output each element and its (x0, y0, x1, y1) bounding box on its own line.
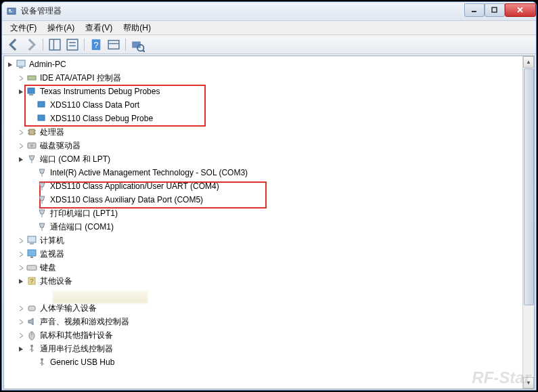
sound-icon (26, 316, 37, 327)
menu-action[interactable]: 操作(A) (42, 21, 80, 35)
tree-node[interactable]: IDE ATA/ATAPI 控制器 (4, 71, 522, 85)
node-label: 磁盘驱动器 (40, 140, 81, 152)
expander-icon[interactable] (18, 264, 25, 271)
tree-node[interactable]: 声音、视频和游戏控制器 (4, 315, 522, 328)
scan-button[interactable] (129, 37, 145, 52)
tree-node[interactable]: 鼠标和其他指针设备 (4, 328, 522, 342)
properties-button[interactable] (64, 37, 81, 52)
node-label: 键盘 (40, 262, 56, 274)
expander-icon[interactable] (18, 156, 25, 163)
expander-icon[interactable] (18, 142, 25, 150)
tree-node[interactable]: Generic USB Hub (4, 355, 522, 369)
window-controls (464, 6, 536, 17)
tree-node-other[interactable]: ? 其他设备 (4, 274, 522, 288)
cpu-icon (26, 127, 37, 137)
svg-rect-42 (30, 257, 33, 258)
expander-icon[interactable] (18, 278, 25, 285)
computer-icon (26, 235, 37, 246)
tree-node[interactable]: XDS110 Class Debug Probe (4, 112, 522, 125)
keyboard-icon (26, 262, 37, 273)
tree-node-ports[interactable]: 端口 (COM 和 LPT) (4, 152, 522, 166)
expander-icon[interactable] (18, 74, 25, 82)
expander-icon[interactable] (18, 318, 25, 326)
port-icon (37, 221, 47, 232)
tree-node[interactable]: 通信端口 (COM1) (4, 220, 522, 234)
svg-point-49 (30, 345, 33, 347)
expander-icon[interactable] (18, 345, 25, 353)
forward-button[interactable] (23, 37, 39, 52)
menu-file[interactable]: 文件(F) (5, 21, 42, 35)
help-button[interactable]: ? (88, 37, 104, 52)
maximize-button[interactable] (485, 3, 505, 17)
tree-node[interactable]: XDS110 Class Auxiliary Data Port (COM5) (4, 193, 522, 206)
ide-icon (26, 72, 37, 83)
device-tree[interactable]: Admin-PC IDE ATA/ATAPI 控制器 Texas Instrum… (4, 56, 522, 389)
probe-icon (37, 100, 47, 110)
node-label: 端口 (COM 和 LPT) (40, 154, 110, 165)
close-button[interactable] (505, 3, 536, 17)
content-area: Admin-PC IDE ATA/ATAPI 控制器 Texas Instrum… (3, 56, 535, 389)
tree-node[interactable]: 打印机端口 (LPT1) (4, 206, 522, 220)
tree-node[interactable]: 人体学输入设备 (4, 301, 522, 315)
tree-node[interactable]: 处理器 (4, 125, 522, 139)
tree-node[interactable]: Intel(R) Active Management Technology - … (4, 166, 522, 179)
expander-icon[interactable] (18, 88, 25, 95)
back-button[interactable] (5, 37, 22, 52)
svg-rect-9 (67, 39, 78, 50)
tree-node-usb[interactable]: 通用串行总线控制器 (4, 342, 522, 355)
minimize-button[interactable] (464, 3, 485, 17)
svg-rect-22 (28, 88, 35, 93)
toolbar-separator (84, 39, 85, 51)
expander-icon[interactable] (18, 305, 25, 312)
show-hide-button[interactable] (47, 37, 63, 52)
node-label: Intel(R) Active Management Technology - … (50, 168, 248, 177)
svg-rect-19 (17, 60, 25, 66)
node-label: 通信端口 (COM1) (50, 221, 114, 233)
app-icon (6, 6, 17, 17)
tree-node[interactable]: 计算机 (4, 234, 522, 247)
tree-node[interactable]: 键盘 (4, 261, 522, 274)
window-title: 设备管理器 (21, 5, 464, 17)
node-label: 处理器 (40, 127, 64, 138)
tree-node-ti-probes[interactable]: Texas Instruments Debug Probes (4, 85, 522, 98)
expander-icon[interactable] (18, 129, 25, 136)
tree-node-redacted[interactable] (4, 288, 522, 301)
svg-rect-46 (28, 306, 35, 311)
usb-icon (26, 343, 37, 354)
scroll-down-button[interactable]: ▼ (523, 377, 534, 389)
tree-node[interactable]: 监视器 (4, 247, 522, 261)
node-label: IDE ATA/ATAPI 控制器 (40, 72, 121, 84)
menu-view[interactable]: 查看(V) (80, 21, 118, 35)
menu-help[interactable]: 帮助(H) (118, 21, 156, 35)
titlebar[interactable]: 设备管理器 (2, 2, 536, 21)
port-icon (37, 194, 47, 205)
svg-rect-1 (9, 9, 11, 11)
node-label: 其他设备 (40, 276, 72, 287)
tree-node-root[interactable]: Admin-PC (4, 58, 522, 71)
node-label: 鼠标和其他指针设备 (40, 330, 113, 341)
toolbar: ? (2, 35, 536, 54)
tree-node[interactable]: 磁盘驱动器 (4, 139, 522, 152)
node-label: XDS110 Class Auxiliary Data Port (COM5) (50, 195, 203, 204)
expander-icon[interactable] (18, 237, 25, 244)
tree-node[interactable]: XDS110 Class Application/User UART (COM4… (4, 179, 522, 193)
expander-icon[interactable] (18, 251, 25, 258)
expander-icon[interactable] (7, 61, 14, 68)
scroll-thumb[interactable] (524, 68, 534, 305)
port-icon (26, 154, 37, 165)
port-icon (37, 167, 47, 178)
tree-node[interactable]: XDS110 Class Data Port (4, 98, 522, 112)
svg-rect-14 (108, 40, 119, 49)
vertical-scrollbar[interactable]: ▲ ▼ (522, 56, 534, 389)
monitor-icon (26, 248, 37, 259)
view-button[interactable] (106, 37, 122, 52)
scroll-up-button[interactable]: ▲ (523, 56, 534, 68)
svg-rect-41 (28, 250, 36, 256)
expander-icon[interactable] (18, 332, 25, 339)
svg-rect-24 (38, 102, 45, 107)
usb-icon (37, 357, 47, 368)
toolbar-separator (125, 39, 126, 51)
svg-rect-39 (28, 236, 36, 242)
svg-rect-2 (9, 12, 12, 12)
mouse-icon (26, 330, 37, 341)
